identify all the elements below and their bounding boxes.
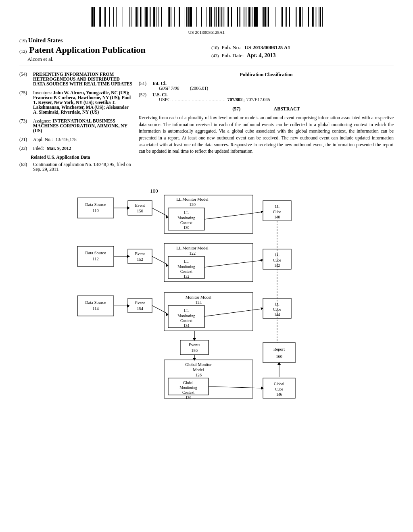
svg-rect-53 <box>210 7 211 27</box>
ds114-box <box>77 296 114 316</box>
svg-rect-98 <box>315 7 315 27</box>
llmc130-l2: Monitoring <box>177 216 195 220</box>
svg-rect-26 <box>149 7 149 27</box>
svg-rect-36 <box>168 7 169 27</box>
events156-l2: 156 <box>191 348 198 353</box>
svg-rect-89 <box>289 7 290 27</box>
barcode-area <box>0 0 413 30</box>
pub-no-prefix: (10) <box>211 45 219 50</box>
svg-rect-24 <box>146 7 147 27</box>
svg-rect-25 <box>147 7 148 27</box>
abstract-num: (57) <box>232 106 240 112</box>
ds114-l1: Data Source <box>85 300 106 305</box>
us-cl-content: U.S. Cl. USPC ..........................… <box>152 92 270 102</box>
svg-rect-91 <box>296 7 297 27</box>
ds110-line2: 110 <box>92 208 98 213</box>
appl-content: Appl. No.: 13/416,178 <box>33 137 132 142</box>
svg-rect-5 <box>99 7 100 27</box>
svg-rect-100 <box>319 7 319 27</box>
header-left: (19) United States (12) Patent Applicati… <box>19 37 202 62</box>
svg-rect-41 <box>184 7 184 27</box>
svg-rect-59 <box>220 7 220 27</box>
svg-rect-87 <box>286 7 286 27</box>
related-value: Continuation of application No. 13/248,2… <box>33 162 131 172</box>
svg-rect-57 <box>216 7 217 27</box>
svg-rect-35 <box>166 7 166 27</box>
svg-rect-12 <box>129 7 130 27</box>
arrowhead-2a <box>127 255 130 258</box>
int-cl-year: (2006.01) <box>190 86 208 91</box>
header-divider <box>19 66 394 66</box>
arrowhead-1a <box>127 206 130 210</box>
pub-number: US 20130086125A1 <box>0 30 413 35</box>
us-cl-label: U.S. Cl. <box>152 92 270 97</box>
ds110-box <box>77 198 114 218</box>
svg-rect-33 <box>159 7 159 27</box>
svg-rect-94 <box>302 7 303 27</box>
event150-line2: 150 <box>137 209 143 213</box>
filed-content: Filed: Mar. 9, 2012 <box>33 146 132 151</box>
event152-l2: 152 <box>137 257 143 262</box>
us-cl-row: (52) U.S. Cl. USPC .....................… <box>139 92 394 102</box>
mm124-l2: 124 <box>195 300 202 305</box>
svg-rect-60 <box>221 7 221 27</box>
svg-rect-39 <box>174 7 175 27</box>
assignee-label: Assignee: <box>33 118 51 123</box>
svg-rect-99 <box>317 7 317 27</box>
svg-rect-85 <box>281 7 282 27</box>
country-prefix: (19) <box>19 38 27 43</box>
appl-num: (21) <box>19 137 31 142</box>
svg-rect-44 <box>188 7 188 27</box>
country-name: United States <box>28 37 63 44</box>
uspc-alt: 707/E17.045 <box>246 97 270 102</box>
fig-number-label: 100 <box>150 188 158 194</box>
svg-rect-42 <box>185 7 185 27</box>
svg-rect-3 <box>93 7 94 27</box>
barcode-image <box>86 7 327 27</box>
svg-rect-45 <box>188 7 189 27</box>
llmc134-l2: Monitoring <box>177 314 195 318</box>
gcube146-l3: 146 <box>276 393 282 397</box>
events156-l1: Events <box>189 343 200 347</box>
svg-rect-47 <box>190 7 191 27</box>
svg-rect-13 <box>131 7 131 27</box>
svg-rect-101 <box>320 7 321 27</box>
svg-rect-84 <box>275 7 275 27</box>
llmc134-l4: 134 <box>184 324 190 328</box>
llmc130-l4: 130 <box>184 226 190 230</box>
gmc136-l1: Global <box>183 381 194 385</box>
svg-rect-10 <box>116 7 117 27</box>
svg-rect-48 <box>191 7 192 27</box>
ds112-l1: Data Source <box>85 251 106 255</box>
int-cl-row: (51) Int. Cl. G06F 7/00 (2006.01) <box>139 81 394 91</box>
pub-no-label: Pub. No.: <box>222 44 242 50</box>
report160-box <box>263 343 295 363</box>
report160-l1: Report <box>273 347 285 351</box>
abstract-text: Receiving from each of a plurality of lo… <box>139 114 394 155</box>
event152-l1: Event <box>135 251 145 256</box>
llmc132-l4: 132 <box>184 274 190 278</box>
svg-rect-71 <box>246 7 246 27</box>
svg-rect-6 <box>100 7 101 27</box>
arrow-llmc132-llcube142 <box>204 260 262 267</box>
svg-rect-43 <box>186 7 187 27</box>
arrowhead-events <box>193 338 196 341</box>
llcube140-l1: LL <box>275 205 280 209</box>
svg-rect-16 <box>135 7 135 27</box>
svg-rect-76 <box>255 7 256 27</box>
svg-rect-92 <box>299 7 300 27</box>
llmc132-l1: LL <box>184 260 189 264</box>
assignee-section: (73) Assignee: INTERNATIONAL BUSINESS MA… <box>19 118 132 133</box>
svg-rect-95 <box>308 7 309 27</box>
svg-rect-72 <box>248 7 249 27</box>
svg-rect-64 <box>227 7 227 27</box>
arrow-event154-llmc134 <box>152 305 167 314</box>
gmm126-l3: 126 <box>195 373 202 377</box>
svg-rect-28 <box>150 7 151 27</box>
gcube146-l1: Global <box>274 382 284 386</box>
related-title: Related U.S. Application Data <box>31 155 90 160</box>
related-content: Continuation of application No. 13/248,2… <box>33 162 132 172</box>
filed-num: (22) <box>19 146 31 151</box>
llmc134-l1: LL <box>184 309 189 313</box>
svg-rect-73 <box>249 7 250 27</box>
